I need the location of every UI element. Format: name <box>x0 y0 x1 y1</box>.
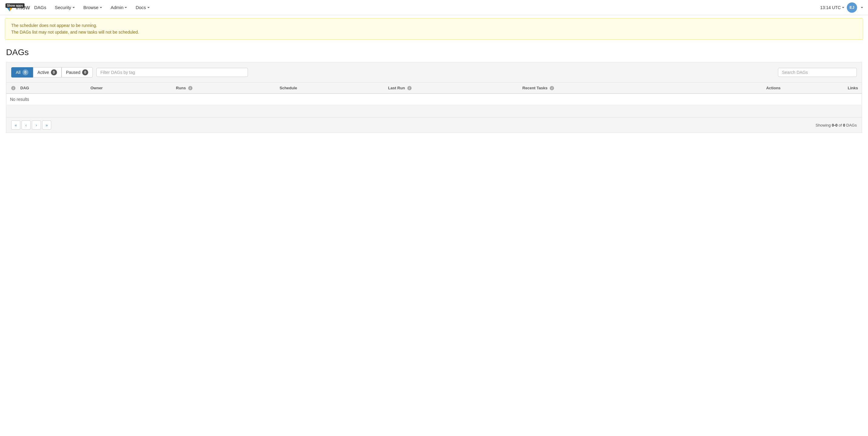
nav-item-security[interactable]: Security <box>51 0 79 15</box>
nav-item-docs[interactable]: Docs <box>131 0 154 15</box>
tab-all[interactable]: All 0 <box>11 67 33 77</box>
last-run-col-info-icon[interactable]: i <box>407 86 411 90</box>
th-runs: Runs i <box>173 82 276 94</box>
nav-item-admin[interactable]: Admin <box>106 0 131 15</box>
first-page-button[interactable]: « <box>11 121 20 130</box>
all-count-badge: 0 <box>23 69 29 75</box>
paused-count-badge: 0 <box>82 69 88 75</box>
admin-dropdown-caret <box>125 7 127 8</box>
th-owner: Owner <box>87 82 172 94</box>
filter-bar: All 0 Active 0 Paused 0 <box>6 62 862 82</box>
dag-filter-tabs: All 0 Active 0 Paused 0 <box>11 67 93 77</box>
runs-col-info-icon[interactable]: i <box>188 86 192 90</box>
active-count-badge: 0 <box>51 69 57 75</box>
navbar-right: 13:14 UTC EJ <box>820 2 863 13</box>
docs-dropdown-caret <box>147 7 150 8</box>
navbar: Show apps irflow DAGs Security Browse Ad… <box>0 0 868 15</box>
th-last-run: Last Run i <box>384 82 519 94</box>
showing-text: Showing 0-0 of 0 DAGs <box>815 123 857 128</box>
warning-line2: The DAGs list may not update, and new ta… <box>11 29 857 35</box>
security-dropdown-caret <box>72 7 75 8</box>
th-actions: Actions <box>689 82 784 94</box>
th-links: Links <box>784 82 862 94</box>
nav-items: DAGs Security Browse Admin Docs <box>30 0 820 15</box>
th-dag: DAG <box>17 82 87 94</box>
pagination-bar: « ‹ › » Showing 0-0 of 0 DAGs <box>6 117 862 133</box>
recent-tasks-col-info-icon[interactable]: i <box>550 86 554 90</box>
brand-logo-area[interactable]: Show apps irflow <box>5 3 30 12</box>
showing-range: 0-0 <box>832 123 838 128</box>
last-page-button[interactable]: » <box>42 121 51 130</box>
browse-dropdown-caret <box>100 7 102 8</box>
nav-item-browse[interactable]: Browse <box>79 0 106 15</box>
dags-table: i DAG Owner Runs i Schedule Last Run i <box>6 82 862 105</box>
table-header-row: i DAG Owner Runs i Schedule Last Run i <box>6 82 862 94</box>
no-results-cell: No results <box>6 94 862 105</box>
pagination-buttons: « ‹ › » <box>11 121 51 130</box>
user-avatar[interactable]: EJ <box>847 2 857 13</box>
th-dag-info: i <box>6 82 17 94</box>
tab-paused[interactable]: Paused 0 <box>62 67 93 77</box>
show-apps-badge[interactable]: Show apps <box>5 3 25 8</box>
filter-row: All 0 Active 0 Paused 0 <box>11 67 857 77</box>
nav-item-dags[interactable]: DAGs <box>30 0 51 15</box>
dag-col-info-icon[interactable]: i <box>11 86 16 90</box>
time-dropdown-caret <box>842 7 844 8</box>
time-display[interactable]: 13:14 UTC <box>820 5 844 10</box>
next-page-button[interactable]: › <box>32 121 41 130</box>
table-spacer <box>6 105 862 117</box>
th-schedule: Schedule <box>276 82 384 94</box>
page-title: DAGs <box>6 47 862 57</box>
prev-page-button[interactable]: ‹ <box>22 121 31 130</box>
main-content: DAGs All 0 Active 0 Paused 0 <box>0 43 868 138</box>
avatar-dropdown-caret <box>861 7 863 8</box>
warning-banner: The scheduler does not appear to be runn… <box>5 18 863 40</box>
total-count: 0 <box>843 123 845 128</box>
tab-active[interactable]: Active 0 <box>33 67 62 77</box>
search-dags-input[interactable] <box>778 68 857 77</box>
th-recent-tasks: Recent Tasks i <box>519 82 689 94</box>
warning-line1: The scheduler does not appear to be runn… <box>11 22 857 29</box>
no-results-row: No results <box>6 94 862 105</box>
filter-tags-input[interactable] <box>96 68 248 77</box>
